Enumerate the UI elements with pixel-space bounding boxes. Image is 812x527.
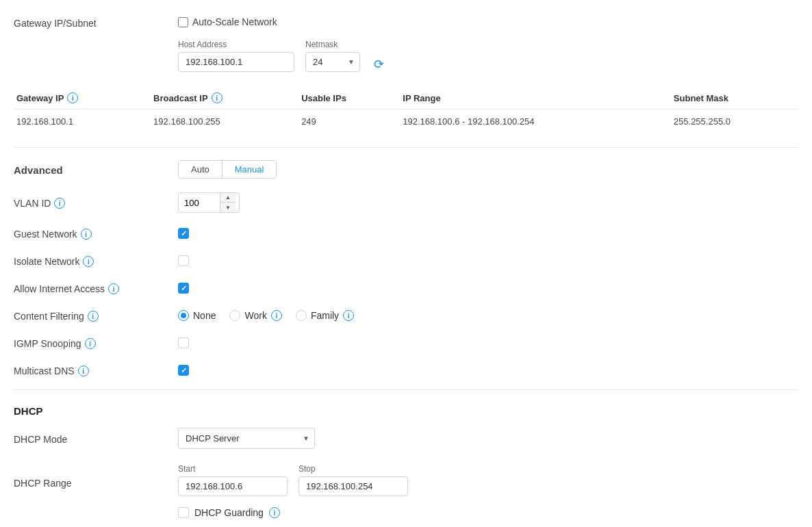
family-info-icon[interactable]: i <box>343 310 354 321</box>
auto-scale-label: Auto-Scale Network <box>192 16 277 27</box>
content-filtering-info-icon[interactable]: i <box>88 311 99 322</box>
dhcp-mode-value-col: DHCP Server DHCP Relay None ▼ <box>178 428 798 449</box>
cell-usable-ips: 249 <box>301 110 403 134</box>
multicast-dns-checkbox[interactable] <box>178 365 189 376</box>
dhcp-stop-input[interactable] <box>299 476 408 496</box>
allow-internet-info-icon[interactable]: i <box>108 283 119 294</box>
radio-work-label: Work <box>244 310 266 321</box>
gateway-ip-info-icon[interactable]: i <box>67 92 78 103</box>
host-address-label: Host Address <box>178 40 294 49</box>
auto-manual-toggle: Auto Manual <box>178 160 277 179</box>
guest-network-info-icon[interactable]: i <box>81 229 92 240</box>
dhcp-range-value-col: Start Stop DHCP Guarding i <box>178 463 798 518</box>
igmp-snooping-checkbox[interactable] <box>178 337 189 348</box>
dhcp-guarding-info-icon[interactable]: i <box>269 507 280 518</box>
host-address-input[interactable] <box>178 52 294 72</box>
content-filtering-value-col: None Work i Family i <box>178 310 798 321</box>
ip-info-table: Gateway IP i Broadcast IP i Usable IPs I… <box>14 87 798 133</box>
netmask-group: Netmask 24 8 16 25 26 27 28 ▼ <box>305 40 360 72</box>
netmask-wrapper: 24 8 16 25 26 27 28 ▼ <box>305 52 360 72</box>
dhcp-stop-label: Stop <box>299 464 408 474</box>
radio-work-circle <box>229 310 240 321</box>
guest-network-value-col <box>178 228 798 239</box>
col-ip-range: IP Range <box>403 87 674 110</box>
advanced-label: Advanced <box>14 163 178 176</box>
dhcp-start-label: Start <box>178 464 288 474</box>
manual-button[interactable]: Manual <box>223 161 277 178</box>
work-info-icon[interactable]: i <box>271 310 282 321</box>
multicast-dns-label: Multicast DNS i <box>14 364 178 376</box>
isolate-network-info-icon[interactable]: i <box>83 256 94 267</box>
dhcp-guarding-checkbox[interactable] <box>178 507 189 518</box>
radio-family-label: Family <box>311 310 339 321</box>
refresh-button[interactable]: ⟳ <box>371 57 387 72</box>
broadcast-ip-info-icon[interactable]: i <box>212 92 223 103</box>
radio-family[interactable]: Family i <box>296 310 354 321</box>
dhcp-start-group: Start <box>178 464 288 496</box>
radio-family-circle <box>296 310 307 321</box>
vlan-id-decrement[interactable]: ▼ <box>220 203 236 212</box>
vlan-id-increment[interactable]: ▲ <box>220 193 236 203</box>
auto-scale-row: Auto-Scale Network <box>178 16 277 27</box>
table-row: 192.168.100.1 192.168.100.255 249 192.16… <box>14 110 798 134</box>
dhcp-guarding-row: DHCP Guarding i <box>178 507 280 518</box>
radio-none[interactable]: None <box>178 310 216 321</box>
vlan-id-input[interactable] <box>179 194 220 212</box>
dhcp-section-heading: DHCP <box>14 396 798 421</box>
igmp-snooping-info-icon[interactable]: i <box>85 338 96 349</box>
guest-network-checkbox[interactable] <box>178 228 189 239</box>
host-address-group: Host Address <box>178 40 294 72</box>
col-usable-ips: Usable IPs <box>301 87 403 110</box>
dhcp-guarding-label: DHCP Guarding <box>194 507 264 518</box>
netmask-label: Netmask <box>305 40 360 49</box>
vlan-id-spinner: ▲ ▼ <box>178 192 240 213</box>
auto-scale-checkbox[interactable] <box>178 17 188 27</box>
cell-subnet-mask: 255.255.255.0 <box>674 110 798 134</box>
vlan-id-info-icon[interactable]: i <box>54 198 65 209</box>
content-filtering-radio-group: None Work i Family i <box>178 310 354 321</box>
advanced-toggle-group: Auto Manual <box>178 160 798 179</box>
auto-button[interactable]: Auto <box>179 161 223 178</box>
radio-none-label: None <box>193 310 216 321</box>
netmask-select[interactable]: 24 8 16 25 26 27 28 <box>305 52 360 72</box>
vlan-id-value-col: ▲ ▼ <box>178 192 798 213</box>
radio-work[interactable]: Work i <box>229 310 281 321</box>
spinner-arrows: ▲ ▼ <box>220 193 236 212</box>
dhcp-range-label: DHCP Range <box>14 463 178 489</box>
dhcp-stop-group: Stop <box>299 464 408 496</box>
gateway-subnet-label: Gateway IP/Subnet <box>14 16 178 29</box>
guest-network-label: Guest Network i <box>14 227 178 240</box>
isolate-network-value-col <box>178 255 798 266</box>
dhcp-mode-select[interactable]: DHCP Server DHCP Relay None <box>178 428 315 449</box>
multicast-dns-value-col <box>178 365 798 376</box>
igmp-snooping-value-col <box>178 337 798 348</box>
isolate-network-checkbox[interactable] <box>178 255 189 266</box>
dhcp-mode-wrapper: DHCP Server DHCP Relay None ▼ <box>178 428 315 449</box>
dhcp-mode-label: DHCP Mode <box>14 433 178 445</box>
cell-ip-range: 192.168.100.6 - 192.168.100.254 <box>403 110 674 134</box>
allow-internet-checkbox[interactable] <box>178 283 189 294</box>
col-broadcast-ip: Broadcast IP i <box>153 87 301 110</box>
radio-none-circle <box>178 310 189 321</box>
content-filtering-label: Content Filtering i <box>14 309 178 322</box>
igmp-snooping-label: IGMP Snooping i <box>14 337 178 349</box>
col-gateway-ip: Gateway IP i <box>14 87 153 110</box>
cell-broadcast-ip: 192.168.100.255 <box>153 110 301 134</box>
cell-gateway-ip: 192.168.100.1 <box>14 110 153 134</box>
allow-internet-label: Allow Internet Access i <box>14 282 178 294</box>
vlan-id-label: VLAN ID i <box>14 196 178 209</box>
allow-internet-value-col <box>178 283 798 294</box>
isolate-network-label: Isolate Network i <box>14 255 178 267</box>
col-subnet-mask: Subnet Mask <box>674 87 798 110</box>
multicast-dns-info-icon[interactable]: i <box>78 365 89 376</box>
dhcp-start-input[interactable] <box>178 476 288 496</box>
dhcp-range-row: Start Stop <box>178 464 408 496</box>
